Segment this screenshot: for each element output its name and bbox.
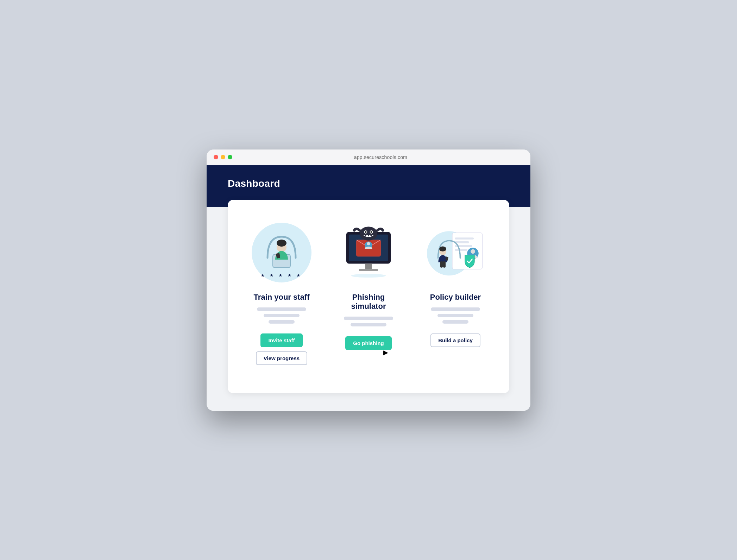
svg-rect-36 — [440, 261, 443, 267]
phishing-title: Phishing simulator — [336, 293, 401, 311]
svg-point-20 — [370, 231, 372, 233]
train-staff-card: * * * * * Train your staff Invite staff … — [238, 214, 325, 376]
policy-desc — [423, 307, 488, 324]
svg-point-19 — [365, 231, 366, 233]
cursor-icon: ▶ — [383, 349, 388, 356]
browser-chrome: app.secureschools.com — [207, 149, 530, 165]
svg-text:* * * * *: * * * * * — [261, 273, 302, 280]
svg-point-25 — [351, 274, 386, 278]
phishing-illustration — [337, 221, 400, 284]
view-progress-button[interactable]: View progress — [256, 351, 307, 365]
svg-rect-31 — [455, 249, 467, 250]
svg-point-35 — [439, 246, 446, 251]
svg-point-33 — [471, 249, 475, 254]
desc-line-1 — [257, 307, 306, 311]
desc-line-2 — [437, 314, 473, 317]
cards-container: * * * * * Train your staff Invite staff … — [228, 200, 509, 393]
desc-line-3 — [269, 320, 295, 324]
svg-rect-28 — [455, 237, 474, 239]
policy-actions: Build a policy — [430, 333, 480, 347]
train-staff-desc — [249, 307, 314, 324]
page-title: Dashboard — [228, 178, 509, 189]
browser-dots — [214, 155, 232, 159]
phishing-actions: Go phishing ▶ — [345, 336, 392, 350]
svg-rect-24 — [359, 268, 378, 271]
dot-fullscreen[interactable] — [228, 155, 232, 159]
build-policy-button[interactable]: Build a policy — [430, 333, 480, 347]
svg-rect-23 — [365, 263, 372, 269]
phishing-desc — [336, 317, 401, 326]
desc-line-1 — [344, 317, 393, 320]
dot-close[interactable] — [214, 155, 218, 159]
desc-line-1 — [431, 307, 480, 311]
app-container: Dashboard — [207, 165, 530, 411]
svg-rect-22 — [369, 235, 371, 237]
desc-line-2 — [351, 323, 386, 326]
svg-rect-29 — [455, 241, 469, 243]
browser-window: app.secureschools.com Dashboard — [207, 149, 530, 411]
svg-point-3 — [277, 240, 286, 247]
policy-illustration — [424, 221, 487, 284]
svg-point-16 — [360, 227, 377, 241]
train-staff-title: Train your staff — [254, 293, 310, 302]
svg-point-15 — [367, 242, 370, 245]
svg-rect-21 — [366, 235, 368, 237]
url-bar[interactable]: app.secureschools.com — [238, 154, 523, 160]
policy-title: Policy builder — [430, 293, 481, 302]
desc-line-3 — [442, 320, 468, 324]
train-staff-illustration: * * * * * — [250, 221, 313, 284]
dot-minimize[interactable] — [221, 155, 225, 159]
phishing-simulator-card: Phishing simulator Go phishing ▶ — [325, 214, 412, 376]
svg-rect-37 — [443, 261, 446, 267]
train-staff-actions: Invite staff View progress — [249, 333, 314, 365]
policy-builder-card: Policy builder Build a policy — [412, 214, 499, 376]
go-phishing-button[interactable]: Go phishing — [345, 336, 392, 350]
main-content: * * * * * Train your staff Invite staff … — [207, 200, 530, 411]
desc-line-2 — [264, 314, 300, 317]
invite-staff-button[interactable]: Invite staff — [260, 333, 302, 347]
